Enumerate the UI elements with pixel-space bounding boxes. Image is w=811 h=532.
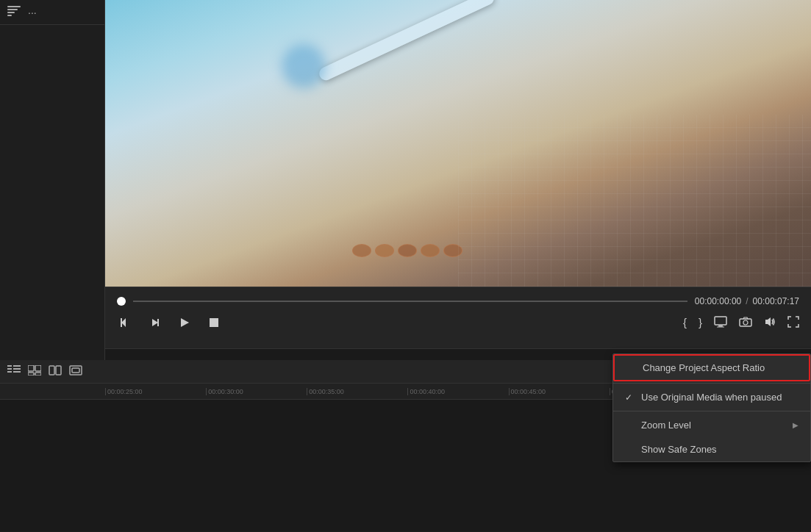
total-time: 00:00:07:17 [753,296,799,306]
svg-rect-24 [28,373,34,375]
svg-marker-8 [181,318,189,327]
svg-rect-21 [13,371,21,373]
ruler-mark-2: 00:00:30:00 [206,388,307,395]
more-options-icon[interactable]: ··· [28,7,37,18]
svg-rect-25 [35,373,41,375]
video-preview-container [105,0,811,287]
playback-bar: 00:00:00:00 / 00:00:07:17 [105,287,811,349]
zoom-level-label: Zoom Level [641,420,787,431]
petri-dishes [352,244,462,257]
time-separator: / [746,296,748,306]
checkmark-safe-zones [625,445,635,455]
monitor-icon[interactable] [714,316,727,330]
video-preview [105,0,811,287]
expand-icon[interactable] [787,316,799,330]
time-display: 00:00:00:00 / 00:00:07:17 [695,296,799,306]
menu-item-show-safe-zones[interactable]: Show Safe Zones [613,437,810,461]
zoom-level-arrow: ▶ [793,421,799,429]
play-button[interactable] [176,314,193,331]
menu-item-use-original-media[interactable]: ✓ Use Original Media when paused [613,385,810,409]
svg-rect-1 [7,9,18,10]
svg-rect-29 [72,368,79,373]
svg-rect-11 [718,326,723,327]
step-back-button[interactable] [117,314,135,331]
menu-separator-1 [613,383,810,384]
step-forward-button[interactable] [146,314,164,331]
ruler-mark-4: 00:00:40:00 [407,388,508,395]
mesh-texture [458,115,811,287]
svg-point-14 [743,320,748,325]
playback-controls: { } [105,311,811,334]
checkmark-zoom [625,420,635,431]
svg-rect-10 [715,317,726,325]
checkmark-aspect-ratio [626,363,637,373]
context-menu: Change Project Aspect Ratio ✓ Use Origin… [612,353,811,462]
stop-button[interactable] [205,314,223,331]
timeline-tool-4[interactable] [69,365,82,378]
svg-rect-23 [35,365,41,371]
timeline-tool-1[interactable] [7,365,21,378]
original-media-label: Use Original Media when paused [641,392,799,403]
svg-rect-20 [13,368,21,370]
ruler-mark-1: 00:00:25:00 [105,388,206,395]
ruler-mark-5: 00:00:45:00 [509,388,610,395]
svg-rect-27 [56,366,61,375]
svg-rect-7 [157,319,159,326]
left-panel: ··· [0,0,105,360]
aspect-ratio-label: Change Project Aspect Ratio [643,362,797,373]
svg-rect-19 [13,365,21,367]
progress-track[interactable] [133,301,687,302]
left-panel-toolbar: ··· [0,0,104,25]
current-time: 00:00:00:00 [695,296,741,306]
ruler-mark-3: 00:00:35:00 [307,388,407,395]
right-controls: { } [683,316,799,330]
svg-rect-22 [28,365,34,371]
glove-decoration [282,44,326,88]
svg-marker-15 [765,317,771,326]
menu-item-zoom-level[interactable]: Zoom Level ▶ [613,413,810,437]
timeline-toolbar-left [7,365,82,378]
timeline-tool-2[interactable] [28,365,41,378]
snapshot-icon[interactable] [739,316,752,330]
show-safe-zones-label: Show Safe Zones [641,444,799,455]
svg-rect-12 [717,326,724,327]
svg-rect-3 [7,15,12,16]
mark-out-icon[interactable]: } [699,316,702,330]
svg-rect-17 [7,368,12,370]
progress-dot[interactable] [117,297,126,306]
svg-rect-16 [7,365,12,367]
progress-bar-container: 00:00:00:00 / 00:00:07:17 [105,287,811,311]
checkmark-original-media: ✓ [625,392,635,403]
filter-icon[interactable] [7,6,21,18]
audio-icon[interactable] [764,316,776,330]
mark-in-icon[interactable]: { [683,316,687,330]
svg-rect-9 [210,318,218,327]
menu-item-change-aspect-ratio[interactable]: Change Project Aspect Ratio [613,354,810,381]
svg-rect-5 [121,318,122,327]
svg-marker-6 [152,319,158,326]
svg-rect-26 [49,366,54,375]
timeline-tool-3[interactable] [49,365,62,378]
svg-rect-0 [7,6,21,7]
menu-separator-2 [613,411,810,411]
svg-rect-18 [7,371,12,373]
svg-rect-2 [7,12,15,13]
